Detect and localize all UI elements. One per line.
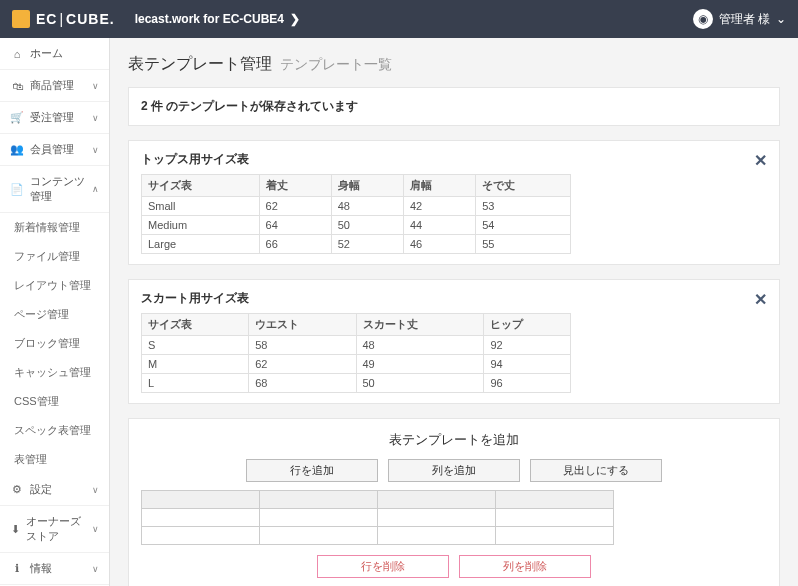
template-card: ✕スカート用サイズ表サイズ表ウエストスカート丈ヒップS584892M624994… (128, 279, 780, 404)
chevron-icon: ∨ (92, 564, 99, 574)
cube-icon (12, 10, 30, 28)
sidebar-subitem[interactable]: 表管理 (0, 445, 109, 474)
sidebar-item[interactable]: 🛍商品管理∨ (0, 70, 109, 102)
chevron-down-icon: ⌄ (776, 12, 786, 26)
sidebar-item[interactable]: ⚙設定∨ (0, 474, 109, 506)
table-row: L685096 (142, 374, 571, 393)
sidebar-subitem[interactable]: 新着情報管理 (0, 213, 109, 242)
sidebar-item[interactable]: 🛒受注管理∨ (0, 102, 109, 134)
sidebar-item[interactable]: 📄コンテンツ管理∧ (0, 166, 109, 213)
delete-row-button[interactable]: 行を削除 (317, 555, 449, 578)
chevron-icon: ∨ (92, 524, 99, 534)
add-row-button[interactable]: 行を追加 (246, 459, 378, 482)
user-menu[interactable]: ◉ 管理者 様 ⌄ (693, 9, 786, 29)
app-header: EC|CUBE. lecast.work for EC-CUBE4❯ ◉ 管理者… (0, 0, 798, 38)
nav-icon: 🛍 (10, 80, 24, 92)
add-col-button[interactable]: 列を追加 (388, 459, 520, 482)
sidebar-subitem[interactable]: キャッシュ管理 (0, 358, 109, 387)
sidebar: ⌂ホーム🛍商品管理∨🛒受注管理∨👥会員管理∨📄コンテンツ管理∧ 新着情報管理ファ… (0, 38, 110, 586)
nav-icon: ℹ (10, 562, 24, 575)
table-row: Medium64504454 (142, 216, 571, 235)
table-row: M624994 (142, 355, 571, 374)
sidebar-subitem[interactable]: ブロック管理 (0, 329, 109, 358)
chevron-icon: ∨ (92, 81, 99, 91)
template-name: スカート用サイズ表 (141, 290, 767, 307)
main-content: 表テンプレート管理 テンプレート一覧 2 件 のテンプレートが保存されています … (110, 38, 798, 586)
chevron-right-icon: ❯ (290, 12, 300, 26)
template-grid[interactable] (141, 490, 767, 545)
delete-col-button[interactable]: 列を削除 (459, 555, 591, 578)
sidebar-subitem[interactable]: レイアウト管理 (0, 271, 109, 300)
close-icon[interactable]: ✕ (754, 151, 767, 170)
user-icon: ◉ (693, 9, 713, 29)
sidebar-item[interactable]: 👥会員管理∨ (0, 134, 109, 166)
template-name: トップス用サイズ表 (141, 151, 767, 168)
table-row: S584892 (142, 336, 571, 355)
chevron-icon: ∧ (92, 184, 99, 194)
plugin-link[interactable]: lecast.work for EC-CUBE4❯ (135, 12, 300, 26)
sidebar-subitem[interactable]: ページ管理 (0, 300, 109, 329)
nav-icon: ⚙ (10, 483, 24, 496)
sidebar-item[interactable]: ⬇オーナーズストア∨ (0, 506, 109, 553)
nav-icon: 📄 (10, 183, 24, 196)
logo[interactable]: EC|CUBE. (12, 10, 115, 28)
table-row: Large66524655 (142, 235, 571, 254)
nav-icon: ⬇ (10, 523, 20, 536)
add-template-section: 表テンプレートを追加 行を追加 列を追加 見出しにする 行を削除 列を削除 新規… (128, 418, 780, 586)
sidebar-item[interactable]: ℹ情報∨ (0, 553, 109, 585)
template-card: ✕トップス用サイズ表サイズ表着丈身幅肩幅そで丈Small62484253Medi… (128, 140, 780, 265)
add-title: 表テンプレートを追加 (141, 431, 767, 449)
nav-icon: ⌂ (10, 48, 24, 60)
nav-icon: 👥 (10, 143, 24, 156)
nav-icon: 🛒 (10, 111, 24, 124)
sidebar-subitem[interactable]: スペック表管理 (0, 416, 109, 445)
chevron-icon: ∨ (92, 145, 99, 155)
count-card: 2 件 のテンプレートが保存されています (128, 87, 780, 126)
close-icon[interactable]: ✕ (754, 290, 767, 309)
chevron-icon: ∨ (92, 113, 99, 123)
sidebar-subitem[interactable]: ファイル管理 (0, 242, 109, 271)
sidebar-item[interactable]: ⌂ホーム (0, 38, 109, 70)
make-heading-button[interactable]: 見出しにする (530, 459, 662, 482)
chevron-icon: ∨ (92, 485, 99, 495)
table-row: Small62484253 (142, 197, 571, 216)
data-table: サイズ表ウエストスカート丈ヒップS584892M624994L685096 (141, 313, 571, 393)
page-title: 表テンプレート管理 テンプレート一覧 (128, 38, 780, 87)
sidebar-subitem[interactable]: CSS管理 (0, 387, 109, 416)
data-table: サイズ表着丈身幅肩幅そで丈Small62484253Medium64504454… (141, 174, 571, 254)
